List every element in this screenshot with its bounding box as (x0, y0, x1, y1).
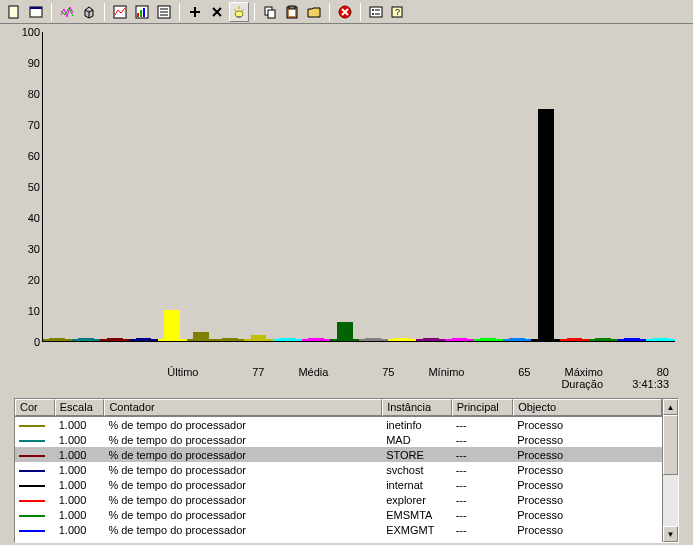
folder-icon[interactable] (304, 2, 324, 22)
cell-contador: % de tempo do processador (104, 494, 382, 506)
col-contador[interactable]: Contador (104, 399, 382, 416)
cell-instancia: EMSMTA (382, 509, 451, 521)
svg-rect-25 (289, 6, 295, 9)
cell-escala: 1.000 (55, 494, 105, 506)
chart-area: 0102030405060708090100 (0, 24, 693, 364)
table-row[interactable]: 1.000% de tempo do processadorSTORE---Pr… (15, 447, 662, 462)
log-icon[interactable] (154, 2, 174, 22)
color-swatch (19, 500, 45, 502)
cell-principal: --- (452, 464, 514, 476)
col-instancia[interactable]: Instância (382, 399, 452, 416)
cube-icon[interactable] (79, 2, 99, 22)
color-swatch (19, 425, 45, 427)
cell-escala: 1.000 (55, 419, 105, 431)
table-row[interactable]: 1.000% de tempo do processadorEMSMTA---P… (15, 507, 662, 522)
y-tick: 10 (28, 305, 40, 317)
stat-minimo-label: Mínimo (428, 366, 464, 378)
cell-escala: 1.000 (55, 479, 105, 491)
scroll-down-icon[interactable]: ▼ (663, 526, 678, 542)
stat-media-label: Média (298, 366, 328, 378)
chart-plot[interactable] (42, 32, 675, 342)
svg-rect-24 (289, 9, 295, 16)
cell-instancia: internat (382, 479, 451, 491)
stat-maximo-value: 80 (609, 366, 669, 378)
paste-icon[interactable] (282, 2, 302, 22)
scroll-thumb[interactable] (663, 415, 678, 475)
cell-contador: % de tempo do processador (104, 449, 382, 461)
gauge-icon[interactable] (132, 2, 152, 22)
cell-principal: --- (452, 419, 514, 431)
grid-body: 1.000% de tempo do processadorinetinfo--… (15, 417, 662, 537)
table-row[interactable]: 1.000% de tempo do processadorinternat--… (15, 477, 662, 492)
stat-maximo-label: Máximo (564, 366, 603, 378)
y-tick: 50 (28, 181, 40, 193)
cell-contador: % de tempo do processador (104, 464, 382, 476)
table-row[interactable]: 1.000% de tempo do processadorMAD---Proc… (15, 432, 662, 447)
cell-objecto: Processo (513, 524, 662, 536)
delete-icon[interactable] (207, 2, 227, 22)
table-row[interactable]: 1.000% de tempo do processadorsvchost---… (15, 462, 662, 477)
stat-media-value: 75 (334, 366, 394, 378)
cell-contador: % de tempo do processador (104, 419, 382, 431)
cell-objecto: Processo (513, 509, 662, 521)
stat-duracao-label: Duração (561, 378, 603, 390)
y-tick: 60 (28, 150, 40, 162)
cell-escala: 1.000 (55, 524, 105, 536)
chart-bar[interactable] (164, 310, 180, 341)
svg-text:?: ? (395, 7, 400, 17)
svg-line-20 (242, 9, 244, 11)
window-icon[interactable] (26, 2, 46, 22)
cell-contador: % de tempo do processador (104, 434, 382, 446)
cell-objecto: Processo (513, 464, 662, 476)
col-cor[interactable]: Cor (15, 399, 55, 416)
cell-objecto: Processo (513, 479, 662, 491)
copy-icon[interactable] (260, 2, 280, 22)
svg-rect-2 (30, 7, 42, 9)
col-escala[interactable]: Escala (55, 399, 105, 416)
options-icon[interactable] (366, 2, 386, 22)
svg-rect-6 (140, 10, 142, 17)
col-principal[interactable]: Principal (452, 399, 514, 416)
stop-icon[interactable] (335, 2, 355, 22)
cell-escala: 1.000 (55, 509, 105, 521)
y-tick: 70 (28, 119, 40, 131)
chart-icon[interactable] (110, 2, 130, 22)
toolbar: ? (0, 0, 693, 24)
cell-contador: % de tempo do processador (104, 479, 382, 491)
add-icon[interactable] (185, 2, 205, 22)
highlight-icon[interactable] (229, 2, 249, 22)
scroll-up-icon[interactable]: ▲ (663, 399, 678, 415)
new-icon[interactable] (4, 2, 24, 22)
y-tick: 90 (28, 57, 40, 69)
table-row[interactable]: 1.000% de tempo do processadorinetinfo--… (15, 417, 662, 432)
y-tick: 80 (28, 88, 40, 100)
y-tick: 30 (28, 243, 40, 255)
help-icon[interactable]: ? (388, 2, 408, 22)
svg-point-30 (372, 9, 374, 11)
cell-principal: --- (452, 434, 514, 446)
svg-rect-7 (143, 8, 145, 17)
col-objecto[interactable]: Objecto (513, 399, 662, 416)
stat-minimo-value: 65 (470, 366, 530, 378)
table-row[interactable]: 1.000% de tempo do processadorexplorer--… (15, 492, 662, 507)
chart-bar[interactable] (538, 109, 554, 341)
cell-instancia: explorer (382, 494, 451, 506)
svg-rect-17 (237, 16, 241, 18)
svg-point-31 (372, 13, 374, 15)
svg-rect-29 (370, 7, 382, 17)
cell-escala: 1.000 (55, 434, 105, 446)
stat-ultimo-label: Último (167, 366, 198, 378)
stats-panel: Último 77 Média 75 Mínimo 65 Máximo 80 D… (0, 364, 693, 394)
spark-icon[interactable] (57, 2, 77, 22)
svg-line-19 (234, 9, 236, 11)
cell-objecto: Processo (513, 434, 662, 446)
cell-instancia: inetinfo (382, 419, 451, 431)
scrollbar[interactable]: ▲ ▼ (662, 399, 678, 542)
stat-ultimo-value: 77 (204, 366, 264, 378)
cell-principal: --- (452, 509, 514, 521)
y-axis: 0102030405060708090100 (14, 32, 42, 342)
cell-instancia: EXMGMT (382, 524, 451, 536)
table-row[interactable]: 1.000% de tempo do processadorEXMGMT---P… (15, 522, 662, 537)
cell-instancia: svchost (382, 464, 451, 476)
cell-instancia: MAD (382, 434, 451, 446)
